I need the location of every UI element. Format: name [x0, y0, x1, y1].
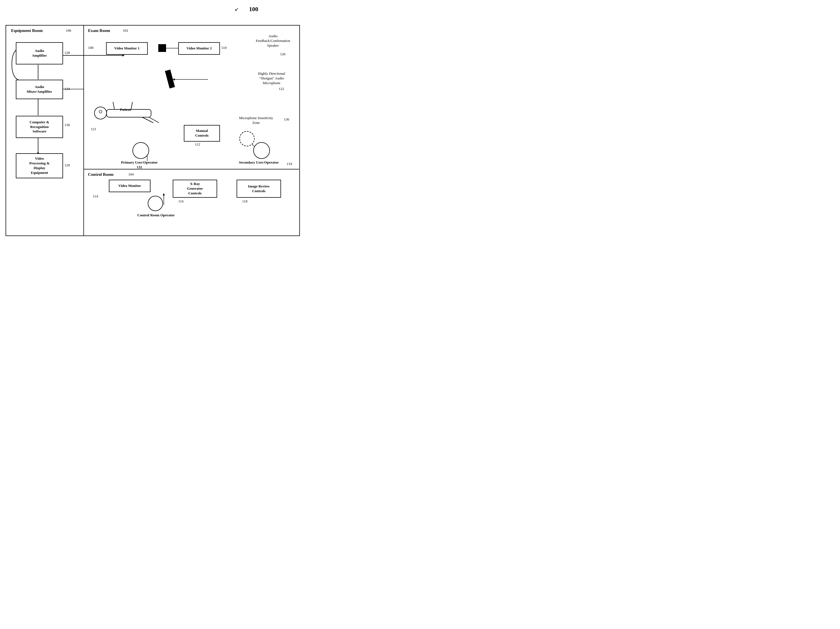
audio-feedback-ref: 126 [280, 52, 286, 56]
sensitivity-zone-ref: 136 [284, 117, 289, 122]
sensitivity-zone-label: Microphone SensitivityZone [228, 116, 284, 125]
svg-line-27 [142, 117, 153, 123]
video-processing-box: VideoProcessing &DisplayEquipment [16, 153, 63, 178]
patient-ref: 121 [91, 127, 96, 131]
arrow-label: ↙ [235, 6, 239, 12]
video-processing-ref: 120 [65, 163, 70, 168]
manual-controls-box: ManualControls [184, 125, 220, 142]
patient-label: Patient [114, 107, 137, 112]
control-video-monitor-box: Video Monitor [109, 180, 150, 192]
equipment-room-label: Equipment Room [11, 28, 43, 33]
microphone-element [165, 70, 175, 89]
video-monitor-1-ref: 108 [88, 46, 93, 50]
audio-mixer-ref: 124 [65, 87, 70, 91]
video-monitor-2-box: Video Monitor 2 [178, 42, 220, 55]
computer-recognition-box: Computer &RecognitionSoftware [16, 116, 63, 138]
secondary-operator-label: Secondary User/Operator [231, 160, 287, 165]
main-diagram: Equipment Room 106 Exam Room 102 AudioAm… [6, 25, 300, 236]
audio-amplifier-box: AudioAmplifier [16, 42, 63, 65]
sensitivity-zone-circle [239, 131, 255, 146]
primary-operator-label: Primary User/Operator132 [112, 160, 167, 170]
svg-line-28 [149, 117, 159, 123]
page: ↙ 100 [6, 6, 300, 236]
secondary-operator-ref: 134 [287, 162, 292, 166]
control-operator-circle [148, 196, 163, 211]
secondary-operator-circle [253, 142, 270, 159]
svg-marker-21 [163, 193, 165, 196]
manual-controls-ref: 112 [195, 142, 200, 147]
control-room-label: Control Room [88, 172, 114, 177]
equipment-room-ref: 106 [66, 28, 71, 33]
xray-generator-box: X-RayGeneratorControls [173, 180, 217, 198]
primary-operator-circle [133, 142, 149, 159]
image-review-ref: 118 [242, 199, 248, 204]
xray-generator-ref: 116 [178, 199, 183, 204]
speaker-element [158, 44, 166, 52]
patient-figure [92, 95, 170, 131]
diagram-number: 100 [249, 6, 258, 13]
control-room-ref: 104 [128, 172, 134, 177]
audio-feedback-label: AudioFeedback/ConfirmationSpeaker [251, 34, 295, 48]
exam-room-label: Exam Room [88, 28, 110, 33]
control-operator-label: Control Room Operator [126, 213, 186, 218]
audio-mixer-box: AudioMixer/Amplifier [16, 80, 63, 99]
image-review-box: Image ReviewControls [237, 180, 281, 198]
video-monitor-1-box: Video Monitor 1 [106, 42, 148, 55]
shotgun-mic-label: Highly Directional"Shotgun" AudioMicroph… [246, 71, 297, 85]
video-monitor-2-ref: 110 [221, 46, 227, 50]
svg-point-29 [99, 110, 102, 113]
audio-amplifier-ref: 128 [65, 51, 70, 55]
exam-room-ref: 102 [123, 28, 128, 33]
computer-recognition-ref: 130 [65, 123, 70, 127]
control-video-monitor-ref: 114 [93, 194, 98, 199]
shotgun-mic-ref: 122 [279, 87, 284, 91]
